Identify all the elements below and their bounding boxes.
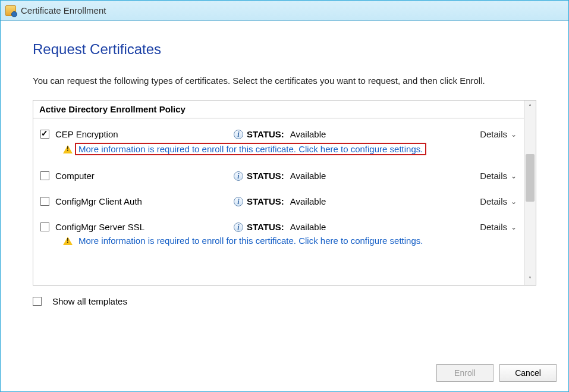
dialog-body: Request Certificates You can request the… bbox=[1, 21, 568, 356]
certificate-status-group: iSTATUS:Available bbox=[234, 222, 480, 232]
configure-settings-link[interactable]: More information is required to enroll f… bbox=[78, 236, 423, 246]
show-all-templates-label: Show all templates bbox=[52, 296, 127, 306]
certificate-status-group: iSTATUS:Available bbox=[234, 196, 480, 206]
info-icon: i bbox=[234, 222, 243, 232]
certificate-name: ConfigMgr Server SSL bbox=[55, 222, 234, 232]
certificate-name: CEP Encryption bbox=[55, 129, 234, 139]
status-label: STATUS: bbox=[247, 129, 284, 139]
certificate-icon bbox=[5, 5, 16, 16]
configure-settings-link[interactable]: More information is required to enroll f… bbox=[75, 143, 426, 155]
enroll-button[interactable]: Enroll bbox=[436, 364, 493, 382]
certificate-name: Computer bbox=[55, 171, 234, 181]
warning-icon bbox=[63, 237, 73, 245]
certificate-checkbox[interactable] bbox=[40, 197, 49, 206]
details-label: Details bbox=[480, 196, 507, 206]
status-value: Available bbox=[290, 222, 326, 232]
certificate-checkbox[interactable] bbox=[40, 130, 49, 139]
certificate-status-group: iSTATUS:Available bbox=[234, 129, 480, 139]
info-icon: i bbox=[234, 171, 243, 181]
certificate-row: ComputeriSTATUS:AvailableDetails⌄ bbox=[39, 160, 518, 186]
certificate-enrollment-window: Certificate Enrollment Request Certifica… bbox=[0, 0, 569, 392]
chevron-down-icon: ⌄ bbox=[511, 130, 517, 139]
status-value: Available bbox=[290, 171, 326, 181]
status-value: Available bbox=[290, 129, 326, 139]
details-toggle[interactable]: Details⌄ bbox=[480, 222, 517, 232]
status-label: STATUS: bbox=[247, 222, 284, 232]
policy-header: Active Directory Enrollment Policy bbox=[33, 101, 524, 118]
details-toggle[interactable]: Details⌄ bbox=[480, 171, 517, 181]
chevron-down-icon: ⌄ bbox=[511, 197, 517, 206]
details-label: Details bbox=[480, 171, 507, 181]
dialog-footer: Enroll Cancel bbox=[1, 356, 568, 391]
page-subtext: You can request the following types of c… bbox=[33, 74, 536, 87]
status-label: STATUS: bbox=[247, 171, 284, 181]
chevron-down-icon: ⌄ bbox=[511, 223, 517, 231]
certificate-warning: More information is required to enroll f… bbox=[63, 143, 517, 155]
certificate-list-panel: Active Directory Enrollment Policy CEP E… bbox=[33, 100, 536, 286]
scroll-up-button[interactable]: ˄ bbox=[524, 101, 536, 112]
scroll-track[interactable] bbox=[524, 112, 536, 273]
certificate-row: ConfigMgr Server SSLiSTATUS:AvailableDet… bbox=[39, 211, 518, 250]
info-icon: i bbox=[234, 197, 243, 206]
details-label: Details bbox=[480, 222, 507, 232]
details-toggle[interactable]: Details⌄ bbox=[480, 129, 517, 139]
status-value: Available bbox=[290, 196, 326, 206]
show-all-templates-row: Show all templates bbox=[33, 296, 536, 306]
details-toggle[interactable]: Details⌄ bbox=[480, 196, 517, 206]
certificate-status-group: iSTATUS:Available bbox=[234, 171, 480, 181]
certificate-checkbox[interactable] bbox=[40, 222, 49, 231]
chevron-down-icon: ⌄ bbox=[511, 172, 517, 180]
certificate-warning: More information is required to enroll f… bbox=[63, 236, 517, 246]
details-label: Details bbox=[480, 129, 507, 139]
certificate-list: Active Directory Enrollment Policy CEP E… bbox=[33, 101, 524, 285]
warning-icon bbox=[63, 145, 73, 153]
certificate-row: ConfigMgr Client AuthiSTATUS:AvailableDe… bbox=[39, 186, 518, 211]
cancel-button[interactable]: Cancel bbox=[499, 364, 557, 382]
page-heading: Request Certificates bbox=[33, 41, 536, 58]
scrollbar[interactable]: ˄ ˅ bbox=[524, 101, 536, 285]
certificate-checkbox[interactable] bbox=[40, 171, 49, 180]
certificate-name: ConfigMgr Client Auth bbox=[55, 196, 234, 206]
titlebar: Certificate Enrollment bbox=[1, 1, 568, 21]
info-icon: i bbox=[234, 130, 243, 139]
certificate-row: CEP EncryptioniSTATUS:AvailableDetails⌄M… bbox=[39, 123, 518, 160]
window-title: Certificate Enrollment bbox=[21, 5, 106, 15]
status-label: STATUS: bbox=[247, 196, 284, 206]
scroll-thumb[interactable] bbox=[526, 154, 535, 202]
scroll-down-button[interactable]: ˅ bbox=[524, 273, 536, 285]
show-all-templates-checkbox[interactable] bbox=[33, 297, 42, 306]
